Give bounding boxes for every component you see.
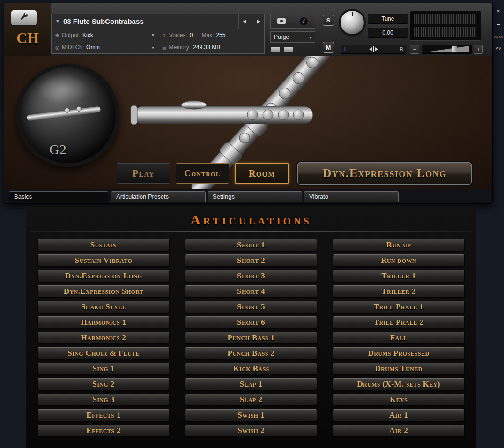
articulation-button[interactable]: Sing 1	[37, 363, 170, 375]
articulation-button[interactable]: Punch Bass 2	[185, 347, 317, 359]
articulation-button[interactable]: Dyn.Expression Long	[37, 270, 170, 282]
articulation-button[interactable]: Short 4	[185, 285, 317, 298]
instrument-menu-caret-icon[interactable]: ▼	[55, 19, 60, 24]
articulation-display[interactable]: Dyn.Expression Long	[297, 162, 472, 185]
articulation-button[interactable]: Sustain Vibrato	[37, 254, 170, 267]
instrument-title[interactable]: 03 Flute SubContrabass	[63, 17, 235, 25]
volume-plus-button[interactable]: +	[474, 45, 483, 54]
articulation-button[interactable]: Punch Bass 1	[185, 332, 317, 344]
window-edge-controls: × − aux pv	[493, 7, 504, 51]
level-meter-right	[413, 27, 478, 37]
articulation-button[interactable]: Air 2	[333, 425, 465, 437]
aux-button[interactable]: aux	[494, 35, 503, 39]
tab[interactable]: Basics	[9, 191, 108, 202]
articulation-button[interactable]: Slap 2	[185, 394, 317, 406]
articulations-grid: SustainSustain VibratoDyn.Expression Lon…	[37, 239, 465, 437]
pv-button[interactable]: pv	[495, 46, 501, 51]
edit-instrument-button[interactable]	[11, 10, 37, 26]
room-tab-button[interactable]: Room	[235, 163, 289, 184]
articulation-button[interactable]: Dyn.Expression Short	[37, 285, 170, 298]
articulation-button[interactable]: Sing 2	[37, 378, 170, 390]
memory-label: Memory:	[169, 44, 191, 51]
tab[interactable]: Vibrato	[304, 191, 399, 202]
volume-handle[interactable]	[452, 45, 457, 53]
close-icon[interactable]: ×	[497, 7, 500, 15]
articulation-button[interactable]: Triller 1	[333, 270, 465, 282]
articulation-button[interactable]: Drums Tuned	[333, 363, 465, 375]
articulation-button[interactable]: Air 1	[333, 409, 465, 421]
articulation-button[interactable]: Short 2	[185, 254, 317, 267]
output-voices-row: ◉ Output: Kick ▾ ♬ Voices: 0 Max: 255	[52, 29, 264, 41]
instrument-skin: G2	[4, 56, 493, 189]
pan-slider[interactable]: L R	[341, 45, 407, 54]
max-voices-value[interactable]: 255	[216, 32, 225, 38]
articulation-button[interactable]: Fall	[333, 332, 465, 344]
purge-label: Purge	[274, 34, 289, 40]
articulation-button[interactable]: Effects 2	[37, 425, 170, 437]
articulation-button[interactable]: Kick Bass	[185, 363, 317, 375]
previous-instrument-button[interactable]: ◀	[238, 14, 250, 29]
mute-button[interactable]: M	[323, 42, 334, 53]
output-caret-icon: ▾	[152, 32, 154, 37]
logo-block: CH	[4, 3, 51, 56]
midi-icon: ◎	[55, 45, 59, 50]
articulation-button[interactable]: Harmonics 2	[37, 332, 170, 344]
tab[interactable]: Articulation Presets	[111, 191, 206, 202]
articulation-button[interactable]: Sustain	[37, 239, 170, 251]
articulation-button[interactable]: Swish 2	[185, 425, 317, 437]
articulations-column-3: Run upRun downTriller 1Triller 2Trill Pr…	[333, 239, 465, 437]
articulation-button[interactable]: Short 6	[185, 316, 317, 329]
play-tab-button[interactable]: Play	[117, 163, 170, 184]
articulation-button[interactable]: Swish 1	[185, 409, 317, 421]
info-icon: i	[300, 17, 308, 25]
articulation-button[interactable]: Run down	[333, 254, 465, 267]
pan-handle-icon	[369, 46, 378, 52]
midi-channel-select[interactable]: ◎ MIDI Ch: Omni ▾	[52, 41, 158, 53]
articulation-button[interactable]: Short 1	[185, 239, 317, 251]
volume-minus-button[interactable]: −	[410, 45, 419, 54]
articulation-button[interactable]: Short 5	[185, 301, 317, 313]
articulation-button[interactable]: Sing 3	[37, 394, 170, 406]
articulation-button[interactable]: Triller 2	[333, 285, 465, 298]
next-instrument-button[interactable]: ▶	[253, 14, 264, 29]
midi-label: MIDI Ch:	[62, 44, 84, 51]
articulation-button[interactable]: Shaku Style	[37, 301, 170, 313]
minimize-icon[interactable]: −	[497, 21, 500, 28]
tune-knob[interactable]	[341, 11, 364, 34]
articulation-button[interactable]: Harmonics 1	[37, 316, 170, 329]
articulation-button[interactable]: Effects 1	[37, 409, 170, 421]
level-meter	[410, 11, 481, 41]
articulations-column-1: SustainSustain VibratoDyn.Expression Lon…	[37, 239, 170, 437]
solo-button[interactable]: S	[323, 15, 334, 26]
small-button-1[interactable]	[270, 46, 281, 52]
articulations-column-2: Short 1Short 2Short 3Short 4Short 5Short…	[185, 239, 317, 437]
articulation-button[interactable]: Slap 1	[185, 378, 317, 390]
articulation-button[interactable]: Drums (X-M. sets Key)	[333, 378, 465, 390]
library-logo: CH	[4, 30, 51, 47]
tab-strip: BasicsArticulation PresetsSettingsVibrat…	[4, 189, 493, 204]
tune-value[interactable]: 0.00	[368, 28, 408, 38]
articulation-button[interactable]: Drums Prosessed	[333, 347, 465, 359]
purge-caret-icon: ▾	[309, 35, 311, 40]
output-select[interactable]: ◉ Output: Kick ▾	[52, 29, 158, 41]
wrench-icon	[18, 12, 30, 23]
pan-left-label: L	[344, 47, 347, 52]
snapshot-camera-button[interactable]	[271, 14, 293, 28]
title-row: ▼ 03 Flute SubContrabass ◀ ▶	[52, 14, 264, 29]
output-icon: ◉	[55, 32, 59, 37]
articulation-button[interactable]: Run up	[333, 239, 465, 251]
articulation-button[interactable]: Trill Prall 1	[333, 301, 465, 313]
midi-caret-icon: ▾	[152, 45, 154, 50]
purge-dropdown[interactable]: Purge ▾	[270, 31, 315, 43]
small-button-2[interactable]	[283, 46, 294, 52]
tab[interactable]: Settings	[208, 191, 302, 202]
articulation-button[interactable]: Sing Choir & Flute	[37, 347, 170, 359]
articulation-button[interactable]: Keys	[333, 394, 465, 406]
volume-slider[interactable]	[422, 45, 472, 54]
tune-label: Tune	[368, 14, 408, 24]
control-tab-button[interactable]: Control	[176, 163, 229, 184]
articulation-button[interactable]: Trill Prall 2	[333, 316, 465, 329]
articulation-button[interactable]: Short 3	[185, 270, 317, 282]
voices-value: 0	[190, 32, 193, 38]
instrument-info-button[interactable]: i	[293, 14, 315, 28]
